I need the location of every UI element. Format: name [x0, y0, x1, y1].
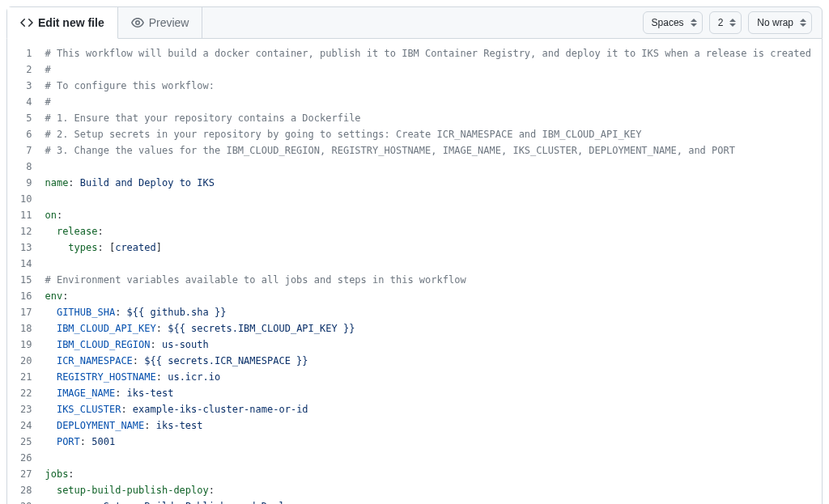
code-line[interactable]	[45, 450, 810, 466]
code-line[interactable]: name: Setup, Build, Publish, and Deploy	[45, 498, 810, 504]
line-number: 14	[20, 256, 32, 272]
code-line[interactable]: GITHUB_SHA: ${{ github.sha }}	[45, 304, 810, 320]
code-line[interactable]	[45, 191, 810, 207]
line-number: 1	[20, 45, 32, 61]
tab-edit-label: Edit new file	[38, 16, 104, 29]
line-number: 29	[20, 498, 32, 504]
line-number: 19	[20, 337, 32, 353]
indent-mode-select[interactable]: Spaces	[643, 11, 703, 34]
code-line[interactable]: env:	[45, 288, 810, 304]
line-number: 20	[20, 353, 32, 369]
line-number: 5	[20, 110, 32, 126]
chevron-updown-icon	[800, 19, 806, 27]
line-number: 21	[20, 369, 32, 385]
line-number: 7	[20, 142, 32, 159]
chevron-updown-icon	[729, 19, 736, 27]
wrap-mode-select[interactable]: No wrap	[748, 11, 812, 34]
line-number: 28	[20, 482, 32, 498]
line-number: 18	[20, 320, 32, 337]
code-line[interactable]: # To configure this workflow:	[45, 78, 810, 94]
wrap-mode-value: No wrap	[757, 17, 793, 28]
line-number: 13	[20, 239, 32, 256]
code-line[interactable]: IBM_CLOUD_API_KEY: ${{ secrets.IBM_CLOUD…	[45, 320, 810, 337]
line-number: 17	[20, 304, 32, 320]
code-line[interactable]: PORT: 5001	[45, 434, 810, 450]
line-number: 11	[20, 207, 32, 223]
code-icon	[20, 16, 33, 29]
line-number: 15	[20, 272, 32, 288]
code-line[interactable]: DEPLOYMENT_NAME: iks-test	[45, 417, 810, 434]
line-number: 9	[20, 175, 32, 191]
line-number: 23	[20, 401, 32, 417]
line-number: 8	[20, 159, 32, 175]
code-line[interactable]: # 1. Ensure that your repository contain…	[45, 110, 810, 126]
line-number: 27	[20, 466, 32, 482]
code-line[interactable]: on:	[45, 207, 810, 223]
code-line[interactable]: #	[45, 94, 810, 110]
line-number: 16	[20, 288, 32, 304]
code-line[interactable]: IBM_CLOUD_REGION: us-south	[45, 337, 810, 353]
line-number: 22	[20, 385, 32, 401]
editor-tabs: Edit new file Preview	[7, 7, 202, 38]
code-line[interactable]: jobs:	[45, 466, 810, 482]
code-line[interactable]: setup-build-publish-deploy:	[45, 482, 810, 498]
indent-size-value: 2	[718, 17, 724, 28]
line-number: 12	[20, 223, 32, 239]
line-number: 3	[20, 78, 32, 94]
tab-edit-file[interactable]: Edit new file	[7, 7, 118, 39]
code-line[interactable]: ICR_NAMESPACE: ${{ secrets.ICR_NAMESPACE…	[45, 353, 810, 369]
indent-mode-value: Spaces	[652, 17, 684, 28]
line-number-gutter: 1234567891011121314151617181920212223242…	[7, 39, 40, 504]
code-line[interactable]: IMAGE_NAME: iks-test	[45, 385, 810, 401]
chevron-updown-icon	[691, 19, 697, 27]
code-line[interactable]: # Environment variables available to all…	[45, 272, 810, 288]
indent-size-select[interactable]: 2	[709, 11, 742, 34]
line-number: 10	[20, 191, 32, 207]
code-content[interactable]: # This workflow will build a docker cont…	[40, 39, 823, 504]
editor-settings: Spaces 2 No wrap	[643, 11, 822, 34]
line-number: 4	[20, 94, 32, 110]
code-line[interactable]	[45, 256, 810, 272]
line-number: 25	[20, 434, 32, 450]
code-line[interactable]: # This workflow will build a docker cont…	[45, 45, 810, 61]
tab-preview-label: Preview	[149, 16, 189, 29]
line-number: 26	[20, 450, 32, 466]
code-line[interactable]: # 3. Change the values for the IBM_CLOUD…	[45, 142, 810, 159]
line-number: 24	[20, 417, 32, 434]
code-line[interactable]: # 2. Setup secrets in your repository by…	[45, 126, 810, 142]
tab-preview[interactable]: Preview	[118, 7, 203, 38]
code-line[interactable]: #	[45, 61, 810, 78]
code-line[interactable]: release:	[45, 223, 810, 239]
code-line[interactable]: REGISTRY_HOSTNAME: us.icr.io	[45, 369, 810, 385]
code-line[interactable]: IKS_CLUSTER: example-iks-cluster-name-or…	[45, 401, 810, 417]
line-number: 2	[20, 61, 32, 78]
editor-toolbar: Edit new file Preview Spaces 2 No wrap	[6, 6, 823, 39]
eye-icon	[131, 16, 144, 29]
line-number: 6	[20, 126, 32, 142]
code-editor[interactable]: 1234567891011121314151617181920212223242…	[6, 39, 823, 504]
code-line[interactable]: types: [created]	[45, 239, 810, 256]
code-line[interactable]	[45, 159, 810, 175]
code-line[interactable]: name: Build and Deploy to IKS	[45, 175, 810, 191]
